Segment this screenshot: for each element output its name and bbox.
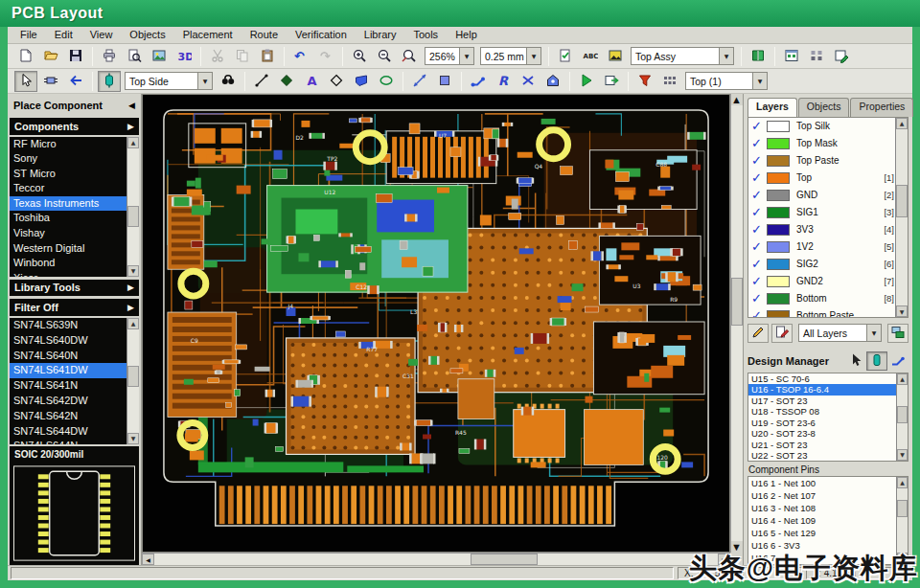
print-button[interactable] [98,46,121,67]
manufacturer-item[interactable]: Texas Instruments [10,196,139,212]
layer-color-swatch[interactable] [767,138,790,149]
chevron-down-icon[interactable]: ▼ [197,73,212,89]
layer-visible-checkbox[interactable]: ✓ [751,155,767,167]
scroll-down-icon[interactable]: ▼ [127,433,139,444]
open-button[interactable] [39,46,62,67]
layer-visible-checkbox[interactable]: ✓ [751,207,767,218]
chevron-down-icon[interactable]: ▼ [719,48,733,64]
menu-view[interactable]: View [81,27,122,43]
print-preview-button[interactable] [123,46,146,67]
layer-row[interactable]: ✓GND2[7] [748,273,908,290]
menu-verification[interactable]: Verification [287,27,356,43]
layer-visible-checkbox[interactable]: ✓ [751,241,767,253]
manufacturer-item[interactable]: Xicor [10,271,139,277]
component-item[interactable]: U19 - SOT 23-6 [748,418,908,429]
scroll-up-icon[interactable]: ▲ [896,118,908,129]
layer-row[interactable]: ✓Top Silk [748,118,908,135]
canvas-horizontal-scrollbar[interactable]: ◀ ▶ [142,553,730,565]
layer-row[interactable]: ✓Bottom Paste [748,307,908,318]
layer-visible-checkbox[interactable]: ✓ [751,121,767,132]
component-item[interactable]: U16 - TSOP 16-6.4 [748,384,908,396]
filter-button[interactable] [633,71,656,92]
scroll-up-icon[interactable]: ▲ [897,477,908,488]
scroll-thumb[interactable] [897,500,908,517]
layer-visible-checkbox[interactable]: ✓ [751,293,767,305]
library-tools-header[interactable]: Library Tools ▶ [10,280,139,297]
chevron-down-icon[interactable]: ▼ [526,48,540,64]
menu-help[interactable]: Help [447,27,486,43]
menu-edit[interactable]: Edit [46,27,81,43]
pin-item[interactable]: U16 1 - Net 100 [748,477,908,489]
scroll-thumb[interactable] [896,185,908,217]
pcb-design-canvas[interactable]: C12R45U7L3TP2C88R9U12Q4C31R77D2U3C9R120J… [142,94,730,553]
assembly-view-button[interactable] [604,46,627,67]
layer-row[interactable]: ✓GND[2] [748,187,908,204]
part-item[interactable]: SN74LS644DW [10,424,139,440]
scroll-up-icon[interactable]: ▲ [127,137,139,148]
expand-right-icon[interactable]: ▶ [127,303,134,312]
layer-row[interactable]: ✓1V2[5] [748,238,908,256]
menu-route[interactable]: Route [242,27,287,43]
component-item[interactable]: U17 - SOT 23 [748,396,908,407]
expand-right-icon[interactable]: ▶ [127,122,134,131]
layer-color-swatch[interactable] [767,241,790,253]
dm-pointer-button[interactable] [845,351,866,371]
scroll-thumb[interactable] [127,366,139,387]
menu-placement[interactable]: Placement [174,27,242,43]
scroll-up-icon[interactable]: ▲ [897,373,908,385]
layer-row[interactable]: ✓Top Paste [748,152,908,170]
scroll-thumb[interactable] [897,406,908,423]
component-tool[interactable] [39,71,62,92]
scroll-up-icon[interactable]: ▲ [127,318,139,329]
place-component-tool[interactable] [98,71,121,92]
list-scrollbar[interactable]: ▲▼ [126,137,139,277]
dm-nets-button[interactable] [887,351,908,371]
run-drc-button[interactable] [575,71,598,92]
scroll-thumb[interactable] [471,554,538,565]
cut-button[interactable] [206,46,229,67]
autoroute-tool[interactable]: R [492,71,515,92]
part-item[interactable]: SN74LS640N [10,349,139,364]
layer-draw-button[interactable] [748,324,769,343]
tab-properties[interactable]: Properties [850,98,913,117]
redo-button[interactable]: ↷ [314,46,337,67]
layer-color-swatch[interactable] [767,276,790,287]
pin-item[interactable]: U16 2 - Net 107 [748,489,908,502]
pin-item[interactable]: U16 5 - Net 129 [748,527,908,539]
manufacturer-item[interactable]: Sony [10,151,139,167]
via-tool[interactable] [541,71,564,92]
layer-color-swatch[interactable] [767,155,790,167]
layer-color-swatch[interactable] [767,207,790,218]
tab-layers[interactable]: Layers [748,98,797,117]
filter-header[interactable]: Filter Off ▶ [10,299,139,316]
part-item[interactable]: SN74LS639N [10,318,139,333]
design-check-button[interactable] [554,46,577,67]
zoom-out-button[interactable] [373,46,396,67]
layer-visible-checkbox[interactable]: ✓ [751,138,767,149]
scroll-down-icon[interactable]: ▼ [896,305,908,317]
scroll-down-icon[interactable]: ▼ [897,449,908,461]
part-item[interactable]: SN74LS640DW [10,333,139,349]
component-item[interactable]: U18 - TSSOP 08 [748,406,908,418]
manufacturer-item[interactable]: Winbond [10,256,139,271]
layer-row[interactable]: ✓SIG1[3] [748,204,908,221]
zoom-level-combo[interactable]: 256%▼ [425,47,474,65]
layer-row[interactable]: ✓SIG2[6] [748,256,908,273]
menu-tools[interactable]: Tools [404,27,447,43]
scroll-left-icon[interactable]: ◀ [142,554,154,565]
layer-visible-checkbox[interactable]: ✓ [751,224,767,236]
layer-visible-checkbox[interactable]: ✓ [751,259,767,270]
layer-visible-checkbox[interactable]: ✓ [751,172,767,184]
component-item[interactable]: U21 - SOT 23 [748,440,908,451]
pad-grid-button[interactable] [658,71,681,92]
manufacturer-item[interactable]: Western Digital [10,241,139,257]
save-button[interactable] [64,46,87,67]
symbol-editor-button[interactable] [830,46,853,67]
export-image-button[interactable] [148,46,171,67]
copy-button[interactable] [231,46,254,67]
manufacturer-item[interactable]: Toshiba [10,211,139,226]
expand-right-icon[interactable]: ▶ [127,283,134,292]
menu-file[interactable]: File [12,27,46,43]
canvas-vertical-scrollbar[interactable]: ▲ ▼ [730,94,743,553]
manufacturer-item[interactable]: ST Micro [10,167,139,182]
